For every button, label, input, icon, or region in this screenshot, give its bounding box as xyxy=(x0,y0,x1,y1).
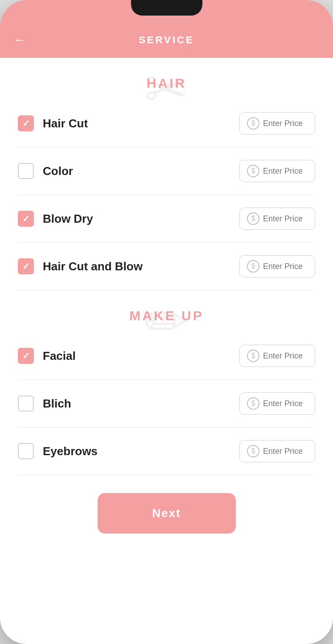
service-left-blich: Blich xyxy=(18,395,71,412)
checkbox-blich[interactable] xyxy=(18,395,34,412)
service-left-hair-cut-and-blow: Hair Cut and Blow xyxy=(18,258,143,274)
price-input-hair-cut[interactable] xyxy=(263,119,308,128)
price-wrapper-blow-dry: $ xyxy=(239,208,315,230)
price-wrapper-eyebrows: $ xyxy=(239,440,315,462)
section-header-hair: ✂HAIR xyxy=(18,58,315,100)
service-name-blow-dry: Blow Dry xyxy=(43,212,93,226)
price-input-facial[interactable] xyxy=(263,351,308,361)
section-title-hair: HAIR xyxy=(147,76,186,90)
section-title-make-up: MAKE UP xyxy=(129,308,203,323)
service-name-facial: Facial xyxy=(43,349,76,363)
dollar-icon-hair-cut-and-blow: $ xyxy=(247,260,259,273)
notch-area xyxy=(0,0,333,22)
price-input-eyebrows[interactable] xyxy=(263,447,308,456)
price-input-blow-dry[interactable] xyxy=(263,214,308,224)
service-left-facial: Facial xyxy=(18,348,76,364)
dollar-icon-color: $ xyxy=(247,165,259,177)
section-header-make-up: ✏MAKE UP xyxy=(18,290,315,332)
checkbox-eyebrows[interactable] xyxy=(18,443,34,459)
checkbox-facial[interactable] xyxy=(18,348,34,364)
service-name-blich: Blich xyxy=(43,397,71,411)
price-input-blich[interactable] xyxy=(263,399,308,408)
service-left-color: Color xyxy=(18,163,73,179)
checkbox-color[interactable] xyxy=(18,163,34,179)
dollar-icon-blich: $ xyxy=(247,397,259,410)
dollar-icon-blow-dry: $ xyxy=(247,212,259,225)
next-button[interactable]: Next xyxy=(98,493,236,534)
service-item-color: Color$ xyxy=(18,147,315,195)
checkbox-blow-dry[interactable] xyxy=(18,211,34,227)
price-wrapper-hair-cut: $ xyxy=(239,112,315,135)
service-item-hair-cut-and-blow: Hair Cut and Blow$ xyxy=(18,243,315,290)
header: ← SERVICE xyxy=(0,22,333,58)
service-name-hair-cut: Hair Cut xyxy=(43,117,88,130)
service-left-blow-dry: Blow Dry xyxy=(18,211,93,227)
dollar-icon-eyebrows: $ xyxy=(247,445,259,457)
content-area: ✂HAIRHair Cut$Color$Blow Dry$Hair Cut an… xyxy=(0,58,333,644)
price-wrapper-facial: $ xyxy=(239,345,315,367)
service-name-eyebrows: Eyebrows xyxy=(43,444,98,458)
service-name-color: Color xyxy=(43,164,73,178)
service-item-blich: Blich$ xyxy=(18,380,315,428)
checkbox-hair-cut[interactable] xyxy=(18,115,34,131)
price-input-hair-cut-and-blow[interactable] xyxy=(263,262,308,271)
dollar-icon-hair-cut: $ xyxy=(247,117,259,130)
service-name-hair-cut-and-blow: Hair Cut and Blow xyxy=(43,260,143,273)
service-left-eyebrows: Eyebrows xyxy=(18,443,98,459)
header-title: SERVICE xyxy=(139,34,194,46)
dollar-icon-facial: $ xyxy=(247,350,259,362)
checkbox-hair-cut-and-blow[interactable] xyxy=(18,258,34,274)
notch xyxy=(131,0,202,16)
price-input-color[interactable] xyxy=(263,167,308,176)
price-wrapper-color: $ xyxy=(239,160,315,182)
service-left-hair-cut: Hair Cut xyxy=(18,115,88,131)
service-item-eyebrows: Eyebrows$ xyxy=(18,428,315,475)
price-wrapper-hair-cut-and-blow: $ xyxy=(239,255,315,277)
phone-frame: ← SERVICE ✂HAIRHair Cut$Color$Blow Dry$H… xyxy=(0,0,333,644)
back-button[interactable]: ← xyxy=(13,33,26,47)
service-item-blow-dry: Blow Dry$ xyxy=(18,195,315,243)
price-wrapper-blich: $ xyxy=(239,392,315,415)
